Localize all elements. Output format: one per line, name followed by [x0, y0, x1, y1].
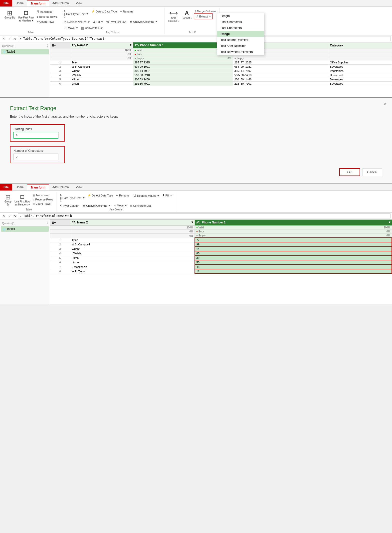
quality-row-empty-bottom: 0% ● Empty 0%	[50, 234, 392, 238]
quality-row-error-bottom: 0% ● Error 0%	[50, 230, 392, 234]
dialog-cancel-button[interactable]: Cancel	[363, 168, 382, 176]
table-row: 4 .-Walsh 590 80 5218 590- 80- 5218 Hous…	[50, 73, 392, 77]
menu-text-before[interactable]: Text Before Delimiter	[217, 37, 264, 43]
convert-list-icon-top: ▤	[81, 26, 84, 30]
transpose-icon-top: ⌸	[37, 10, 39, 13]
panel-collapse-btn-bottom[interactable]: 〈	[45, 220, 49, 226]
formula-confirm-btn-bottom[interactable]: ✓	[7, 214, 12, 218]
use-first-row-button-top[interactable]: ⊟ Use First Rowas Headers ▾	[17, 9, 35, 23]
grid-corner-top: ⊞▾	[50, 42, 70, 48]
formula-fx-label-top: fx	[13, 37, 16, 41]
tab-addcol-bottom[interactable]: Add Column	[49, 184, 72, 190]
pivot-column-button-top[interactable]: ⟲ Pivot Column	[105, 19, 127, 24]
count-rows-button-top[interactable]: ≡ Count Rows	[36, 19, 55, 24]
formula-input-bottom[interactable]	[18, 213, 391, 218]
menu-text-between[interactable]: Text Between Delimiters	[217, 49, 264, 55]
format-button-top[interactable]: A Format ▾	[181, 9, 193, 20]
unpivot-button-top[interactable]: ⊞ Unpivot Columns	[129, 19, 158, 24]
unpivot-arrow-top	[155, 21, 157, 22]
rename-button-bottom[interactable]: ✏ Rename	[115, 193, 131, 197]
editor-content-bottom: Queries [1] 〈 ⊞ Table1 ⊞▾ ABC Name 2 ▾	[0, 219, 392, 304]
dialog-close-button[interactable]: ×	[383, 102, 386, 107]
data-type-icon-top: ABC	[64, 10, 65, 18]
detect-type-button-bottom[interactable]: ⚡ Detect Data Type	[87, 193, 114, 197]
bottom-ribbon-tab-bar: File Home Transform Add Column View	[0, 184, 392, 191]
tab-transform-bottom[interactable]: Transform	[27, 184, 49, 190]
use-first-row-button-bottom[interactable]: ⊟ Use First Rowas Headers ▾	[13, 193, 31, 207]
query-table1-bottom[interactable]: ⊞ Table1	[1, 226, 49, 232]
table-row: 1 Tyler 77	[50, 238, 392, 242]
dialog-description: Enter the index of the first character, …	[10, 115, 382, 118]
rename-button-top[interactable]: ✏ Rename	[119, 9, 134, 13]
formula-cancel-btn-bottom[interactable]: ✕	[1, 214, 6, 218]
ribbon-group-textcol-top: ⟷ SplitColumn ▾ A Format ▾ ⤵ Merge Colum…	[165, 8, 219, 34]
menu-length[interactable]: Length	[217, 13, 264, 19]
textcol-group-label-top: Text C	[189, 30, 196, 34]
reverse-rows-button-bottom[interactable]: ↕ Reverse Rows	[32, 197, 54, 201]
tab-home-bottom[interactable]: Home	[12, 184, 27, 190]
formula-cancel-btn-top[interactable]: ✕	[1, 37, 6, 41]
menu-last-chars[interactable]: Last Characters	[217, 25, 264, 31]
num-chars-label: Number of Characters	[13, 149, 61, 153]
transpose-button-top[interactable]: ⌸ Transpose	[36, 9, 53, 14]
move-arrow-bottom	[125, 205, 127, 206]
col-header-phone1-bottom[interactable]: ABC Phone Number 1 ▾	[195, 220, 392, 226]
replace-values-button-top[interactable]: ½ Replace Values	[63, 19, 91, 24]
col-header-category-top[interactable]: Category	[328, 42, 392, 48]
reverse-rows-button-top[interactable]: ↕ Reverse Rows	[36, 14, 58, 19]
tab-file-top[interactable]: File	[0, 0, 12, 6]
table1-icon-bottom: ⊞	[2, 227, 5, 231]
starting-index-input[interactable]	[13, 132, 58, 139]
extract-button-top[interactable]: ↗ Extract	[194, 13, 213, 19]
group-by-button-top[interactable]: ⊞ Group By	[3, 9, 16, 20]
convert-list-button-bottom[interactable]: ▤ Convert to List	[129, 203, 152, 208]
num-chars-input[interactable]	[13, 154, 58, 160]
data-type-button-bottom[interactable]: ABC Data Type: Text	[59, 193, 86, 202]
pivot-column-icon-bottom: ⟲	[60, 204, 62, 207]
fill-arrow-bottom	[170, 195, 172, 196]
dialog-ok-button[interactable]: OK	[339, 168, 360, 176]
detect-type-button-top[interactable]: ⚡ Detect Data Type	[90, 9, 118, 13]
query-table1-top[interactable]: ⊞ Table1	[1, 49, 49, 54]
table-group-label-bottom: Table	[26, 208, 32, 211]
detect-type-icon-top: ⚡	[91, 10, 95, 13]
group-by-label-bottom: GroupBy	[4, 200, 11, 206]
replace-values-button-bottom[interactable]: ½ Replace Values	[132, 193, 160, 198]
table-group-buttons-bottom: ⊞ GroupBy ⊟ Use First Rowas Headers ▾ ⌸ …	[3, 192, 54, 208]
use-first-row-icon-top: ⊟	[24, 10, 28, 16]
fill-button-bottom[interactable]: ⬇ Fill	[161, 193, 173, 197]
pivot-column-button-bottom[interactable]: ⟲ Pivot Column	[59, 203, 80, 208]
tab-home-top[interactable]: Home	[12, 0, 27, 6]
menu-range[interactable]: Range	[217, 31, 264, 37]
split-column-button-top[interactable]: ⟷ SplitColumn ▾	[167, 9, 180, 23]
pivot-column-label-bottom: Pivot Column	[63, 204, 79, 207]
table-row: 2 st-B.-Campbell 99	[50, 242, 392, 247]
anycolumn-group-label-bottom: Any Column	[110, 208, 123, 211]
convert-list-button-top[interactable]: ▤ Convert to List	[80, 25, 104, 30]
group-by-button-bottom[interactable]: ⊞ GroupBy	[3, 193, 12, 207]
tab-file-bottom[interactable]: File	[0, 184, 12, 190]
col-header-name2-top[interactable]: ABC Name 2 ▾	[70, 42, 133, 48]
formula-input-top[interactable]	[18, 36, 391, 41]
count-rows-button-bottom[interactable]: ≡ Count Rows	[32, 202, 51, 206]
fill-button-top[interactable]: ⬇ Fill	[92, 19, 104, 24]
tab-addcol-top[interactable]: Add Column	[49, 0, 72, 6]
tab-transform-top[interactable]: Transform	[27, 0, 49, 6]
move-button-top[interactable]: ↔ Move	[63, 25, 79, 30]
move-button-bottom[interactable]: ↔ Move	[112, 203, 128, 207]
replace-values-arrow-bottom	[157, 195, 159, 196]
col-header-name2-bottom[interactable]: ABC Name 2 ▾	[70, 220, 195, 226]
menu-text-after[interactable]: Text After Delimiter	[217, 43, 264, 49]
data-type-button-top[interactable]: ABC Data Type: Text	[63, 9, 89, 18]
dialog-form: Starting Index Number of Characters	[10, 124, 185, 163]
move-label-bottom: Move	[117, 204, 124, 207]
merge-columns-button-top[interactable]: ⤵ Merge Columns	[194, 9, 217, 13]
formula-confirm-btn-top[interactable]: ✓	[7, 37, 12, 41]
panel-collapse-btn-top[interactable]: 〈	[45, 43, 49, 48]
tab-view-top[interactable]: View	[72, 0, 86, 6]
menu-first-chars[interactable]: First Characters	[217, 19, 264, 25]
transpose-button-bottom[interactable]: ⌸ Transpose	[32, 193, 50, 197]
unpivot-button-bottom[interactable]: ⊞ Unpivot Columns	[82, 203, 111, 208]
quality-row-empty-top: 0% ● Empty 0% ● Empty	[50, 56, 392, 60]
tab-view-bottom[interactable]: View	[72, 184, 86, 190]
